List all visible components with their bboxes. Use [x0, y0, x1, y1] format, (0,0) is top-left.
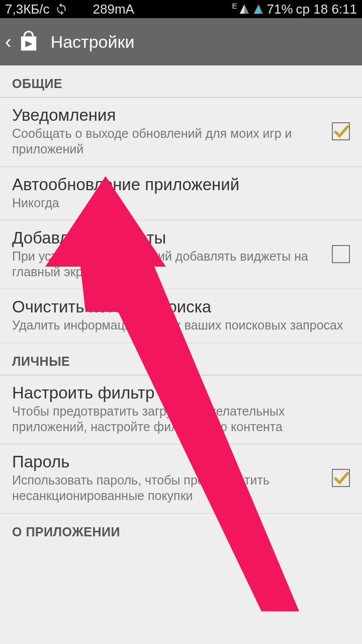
page-title: Настройки — [51, 32, 135, 52]
setting-widgets[interactable]: Добавлять виджеты При установке приложен… — [0, 220, 362, 290]
battery-level: 71% — [267, 2, 293, 17]
back-icon[interactable]: ‹ — [5, 31, 12, 53]
sync-icon — [55, 3, 68, 16]
network-speed: 7,3КБ/с — [5, 2, 50, 17]
setting-password[interactable]: Пароль Использовать пароль, чтобы предот… — [0, 444, 362, 514]
setting-subtitle: Использовать пароль, чтобы предотвратить… — [12, 472, 324, 504]
setting-subtitle: Удалить информацию о всех ваших поисковы… — [12, 317, 350, 333]
setting-subtitle: При установке приложений добавлять видже… — [12, 249, 324, 280]
setting-subtitle: Чтобы предотвратить загрузку нежелательн… — [12, 404, 350, 435]
current-draw: 289mA — [93, 2, 134, 17]
setting-subtitle: Никогда — [12, 195, 350, 211]
setting-title: Уведомления — [12, 106, 324, 125]
widgets-checkbox[interactable] — [332, 245, 350, 263]
setting-title: Настроить фильтр — [12, 383, 350, 403]
signal-icon-2 — [253, 4, 264, 15]
edge-indicator: E — [232, 2, 237, 10]
setting-filter[interactable]: Настроить фильтр Чтобы предотвратить заг… — [0, 375, 362, 445]
signal-icon-1 — [239, 4, 250, 15]
settings-list: ОБЩИЕ Уведомления Сообщать о выходе обно… — [0, 65, 362, 545]
section-general: ОБЩИЕ — [0, 65, 362, 98]
play-store-icon[interactable] — [16, 28, 42, 56]
status-bar: 7,3КБ/с 289mA E 71% ср 18 6:11 — [0, 0, 362, 18]
setting-clear-search[interactable]: Очистить историю поиска Удалить информац… — [0, 289, 362, 343]
setting-notifications[interactable]: Уведомления Сообщать о выходе обновлений… — [0, 98, 362, 167]
date-time: ср 18 6:11 — [296, 2, 357, 17]
setting-title: Очистить историю поиска — [12, 297, 350, 316]
setting-title: Пароль — [12, 452, 324, 471]
password-checkbox[interactable] — [332, 469, 350, 487]
setting-subtitle: Сообщать о выходе обновлений для моих иг… — [12, 126, 324, 157]
section-personal: ЛИЧНЫЕ — [0, 343, 362, 375]
setting-title: Добавлять виджеты — [12, 228, 324, 248]
notifications-checkbox[interactable] — [332, 122, 350, 140]
section-about: О ПРИЛОЖЕНИИ — [0, 514, 362, 545]
setting-autoupdate[interactable]: Автообновление приложений Никогда — [0, 167, 362, 220]
setting-title: Автообновление приложений — [12, 175, 350, 194]
action-bar: ‹ Настройки — [0, 18, 362, 65]
